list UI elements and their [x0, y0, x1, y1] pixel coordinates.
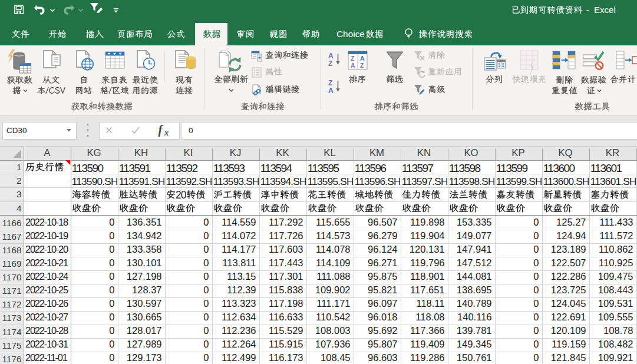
svg-text:A: A	[328, 87, 334, 94]
svg-text:A: A	[360, 55, 365, 62]
svg-text:Z: Z	[328, 79, 332, 87]
svg-text:Z: Z	[360, 62, 364, 69]
svg-text:f: f	[159, 123, 164, 137]
svg-text:x: x	[164, 128, 169, 137]
svg-text:A: A	[351, 62, 355, 69]
svg-text:A: A	[328, 52, 334, 60]
svg-text:Z: Z	[328, 59, 332, 67]
svg-text:Z: Z	[351, 55, 355, 62]
